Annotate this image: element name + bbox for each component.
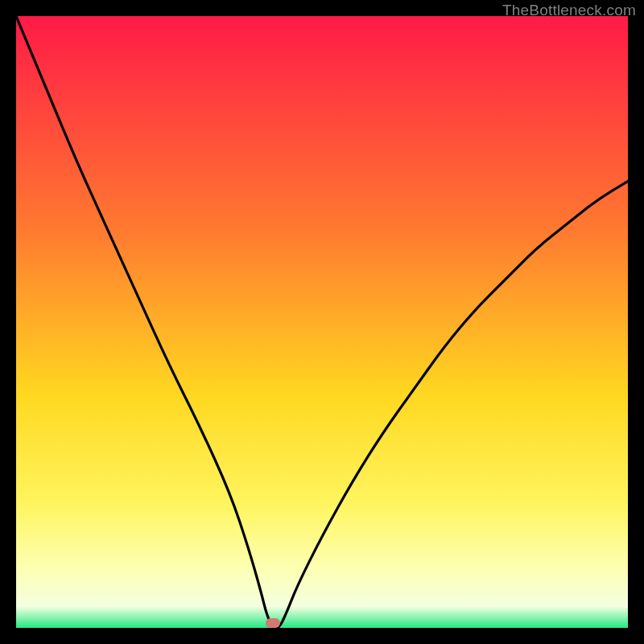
- chart-frame: TheBottleneck.com: [0, 0, 644, 644]
- plot-area: [16, 16, 628, 628]
- attribution-text: TheBottleneck.com: [502, 2, 636, 19]
- notch-marker: [266, 618, 280, 628]
- bottleneck-curve: [16, 16, 628, 628]
